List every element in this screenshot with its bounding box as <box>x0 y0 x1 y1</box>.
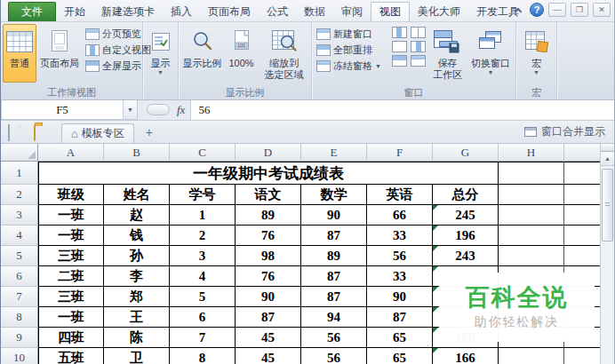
zoom-to-selection-button[interactable]: 缩放到 选定区域 <box>260 24 309 83</box>
cell-F5[interactable]: 56 <box>367 246 433 266</box>
cell-A2[interactable]: 班级 <box>38 185 104 205</box>
cell-I4[interactable] <box>564 226 602 246</box>
ribbon-tab[interactable]: 插入 <box>163 2 200 21</box>
cell-H10[interactable] <box>499 348 564 364</box>
cell-C10[interactable]: 8 <box>170 348 236 364</box>
column-header-D[interactable]: D <box>236 144 301 162</box>
cell-I2[interactable] <box>564 185 602 205</box>
cell-C5[interactable]: 3 <box>170 246 236 266</box>
cell-A3[interactable]: 一班 <box>38 205 104 226</box>
cell-E3[interactable]: 90 <box>301 205 367 226</box>
synchronous-scrolling-icon[interactable] <box>411 41 426 52</box>
split-handle[interactable] <box>601 144 614 152</box>
row-header-5[interactable]: 5 <box>1 246 38 266</box>
cell-F7[interactable]: 90 <box>367 287 433 307</box>
ribbon-tab[interactable]: 美化大师 <box>410 2 468 21</box>
cell-C3[interactable]: 1 <box>170 205 236 226</box>
column-header-F[interactable]: F <box>367 144 433 162</box>
name-box[interactable]: F5 <box>1 100 124 120</box>
cell-D7[interactable]: 90 <box>236 287 301 307</box>
formula-input[interactable]: 56 <box>190 100 614 120</box>
save-workspace-button[interactable]: 保存 工作区 <box>427 24 467 83</box>
column-header-A[interactable]: A <box>38 144 104 162</box>
cell-H3[interactable] <box>499 205 564 226</box>
row-header-10[interactable]: 10 <box>1 348 38 364</box>
merge-windows-toggle[interactable]: 窗口合并显示 <box>524 124 614 143</box>
cell-F9[interactable]: 65 <box>367 328 433 348</box>
freeze-panes-button[interactable]: 冻结窗格 ▼ <box>314 58 390 74</box>
ribbon-tab[interactable]: 数据 <box>296 2 333 21</box>
cell-E2[interactable]: 数学 <box>301 185 367 205</box>
add-document-tab-button[interactable]: + <box>140 123 159 141</box>
column-header-partial[interactable] <box>564 144 602 162</box>
cell-G5[interactable]: 243 <box>433 246 499 266</box>
cell-E9[interactable]: 56 <box>301 328 367 348</box>
cell-E5[interactable]: 89 <box>301 246 367 266</box>
scroll-up-button[interactable]: ▲ <box>601 152 614 166</box>
cell-E7[interactable]: 87 <box>301 287 367 307</box>
zoom-100-button[interactable]: 100 100% <box>224 24 260 83</box>
cell-B10[interactable]: 卫 <box>104 348 170 364</box>
cell-E6[interactable]: 87 <box>301 266 367 287</box>
cell-G2[interactable]: 总分 <box>433 185 499 205</box>
new-document-icon[interactable] <box>8 125 24 139</box>
cell-E4[interactable]: 87 <box>301 226 367 246</box>
reset-window-position-icon[interactable] <box>411 55 426 67</box>
cell-A10[interactable]: 五班 <box>38 348 104 364</box>
cell-F2[interactable]: 英语 <box>367 185 433 205</box>
column-header-E[interactable]: E <box>301 144 367 162</box>
document-tab-template-zone[interactable]: ⌂ 模板专区 <box>61 123 134 143</box>
page-layout-view-button[interactable]: 页面布局 <box>36 24 83 83</box>
cell-B4[interactable]: 钱 <box>104 226 170 246</box>
select-all-corner[interactable] <box>1 144 38 162</box>
show-button[interactable]: 显示 ▼ <box>146 24 176 83</box>
column-header-C[interactable]: C <box>170 144 236 162</box>
cell-F3[interactable]: 66 <box>367 205 433 226</box>
cell-A9[interactable]: 四班 <box>38 328 104 348</box>
ribbon-tab[interactable]: 新建选项卡 <box>93 2 163 21</box>
cell-B3[interactable]: 赵 <box>104 205 170 226</box>
cell-D9[interactable]: 45 <box>236 328 301 348</box>
macros-button[interactable]: 宏 ▼ <box>520 24 554 83</box>
cell-B5[interactable]: 孙 <box>104 246 170 266</box>
cell-C9[interactable]: 7 <box>170 328 236 348</box>
cell-C7[interactable]: 5 <box>170 287 236 307</box>
cell-title-A1[interactable]: 一年级期中考试成绩表 <box>38 162 499 185</box>
insert-function-icon[interactable]: fx <box>175 100 190 120</box>
cell-C8[interactable]: 6 <box>170 307 236 328</box>
cell-F8[interactable]: 87 <box>367 307 433 328</box>
close-button[interactable]: ✕ <box>593 3 611 17</box>
cell-B6[interactable]: 李 <box>104 266 170 287</box>
cell-E10[interactable]: 56 <box>301 348 367 364</box>
cell-G4[interactable]: 196 <box>433 226 499 246</box>
cell-G10[interactable]: 166 <box>433 348 499 364</box>
cell-D6[interactable]: 76 <box>236 266 301 287</box>
cell-A5[interactable]: 三班 <box>38 246 104 266</box>
column-header-H[interactable]: H <box>499 144 564 162</box>
cell-D3[interactable]: 89 <box>236 205 301 226</box>
unhide-window-icon[interactable] <box>392 55 407 67</box>
cell-A6[interactable]: 二班 <box>38 266 104 287</box>
cell-E8[interactable]: 94 <box>301 307 367 328</box>
column-header-G[interactable]: G <box>433 144 499 162</box>
arrange-all-button[interactable]: 全部重排 <box>314 42 390 58</box>
row-header-8[interactable]: 8 <box>1 307 38 328</box>
split-icon[interactable] <box>392 27 407 38</box>
minimize-button[interactable]: — <box>548 3 566 17</box>
open-folder-icon[interactable] <box>34 125 50 139</box>
scrollbar-thumb[interactable] <box>602 169 613 241</box>
row-header-1[interactable]: 1 <box>1 162 38 185</box>
cell-D4[interactable]: 76 <box>236 226 301 246</box>
cell-D10[interactable]: 45 <box>236 348 301 364</box>
cell-A8[interactable]: 一班 <box>38 307 104 328</box>
switch-windows-button[interactable]: 切换窗口 ▼ <box>467 24 514 83</box>
cell-D8[interactable]: 87 <box>236 307 301 328</box>
row-header-3[interactable]: 3 <box>1 205 38 226</box>
cell-H4[interactable] <box>499 226 564 246</box>
cell-A4[interactable]: 一班 <box>38 226 104 246</box>
cell-I5[interactable] <box>564 246 602 266</box>
cell-H1[interactable] <box>499 162 564 185</box>
vertical-scrollbar[interactable]: ▲ <box>600 144 614 364</box>
cell-H2[interactable] <box>499 185 564 205</box>
restore-button[interactable]: ❐ <box>571 3 588 17</box>
